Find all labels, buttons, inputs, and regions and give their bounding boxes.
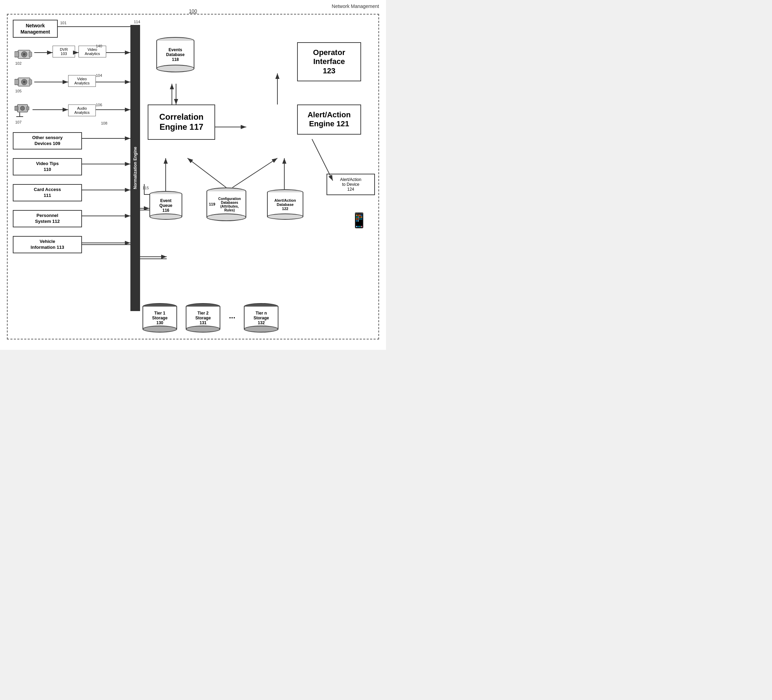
operator-interface-title: OperatorInterface123 xyxy=(303,48,355,75)
dvr-label: DVR103 xyxy=(60,48,68,56)
ref-115: 115 xyxy=(142,186,149,190)
tier1-bottom xyxy=(142,326,177,333)
video-tips-box: Video Tips110 xyxy=(13,158,82,175)
alert-db-body: Alert/ActionDatabase122 xyxy=(267,192,303,216)
svg-point-3 xyxy=(23,53,26,56)
alert-action-engine-title: Alert/ActionEngine 121 xyxy=(303,110,355,129)
alert-device-box: Alert/Actionto Device124 xyxy=(327,174,375,195)
event-queue: EventQueue116 xyxy=(149,191,182,220)
vehicle-info-title: VehicleInformation 113 xyxy=(17,239,78,251)
video-analytics-1-label: Video Analytics xyxy=(85,48,100,56)
camera-1-icon xyxy=(15,48,35,62)
config-databases: 119 ConfigurationDatabases(Attributes, R… xyxy=(206,187,246,221)
audio-analytics-label: Audio Analytics xyxy=(74,106,90,115)
events-database: EventsDatabase118 xyxy=(156,37,195,72)
config-alert-line xyxy=(232,158,277,187)
personnel-title: PersonnelSystem 112 xyxy=(17,213,78,225)
ref-105: 105 xyxy=(15,89,21,93)
tiern-storage: Tier nStorage132 xyxy=(244,303,278,333)
audio-analytics-box: Audio Analytics xyxy=(68,105,96,116)
page: Network Management 100 NetworkManagement… xyxy=(0,0,386,350)
config-ref-label: 119 xyxy=(209,202,215,206)
tier1-storage: Tier 1Storage130 xyxy=(142,303,177,333)
main-diagram: 100 NetworkManagement 101 114 DVR103 Vid… xyxy=(7,14,379,339)
config-db-bottom xyxy=(206,213,246,221)
config-corr-line xyxy=(188,158,226,187)
tier2-bottom xyxy=(186,326,220,333)
event-queue-bottom xyxy=(149,213,182,220)
camera-2-icon xyxy=(15,75,35,90)
correlation-engine-title: CorrelationEngine 117 xyxy=(154,112,209,132)
top-right-label: Network Management xyxy=(332,3,379,9)
normalization-engine-bar: Normalization Engine xyxy=(131,25,140,311)
normalization-engine-label: Normalization Engine xyxy=(133,147,137,189)
svg-rect-11 xyxy=(15,106,18,110)
other-sensory-box: Other sensoryDevices 109 xyxy=(13,132,82,149)
alert-action-engine-box: Alert/ActionEngine 121 xyxy=(297,105,361,134)
correlation-engine-box: CorrelationEngine 117 xyxy=(148,105,215,140)
diagram-ref-label: 100 xyxy=(189,8,197,14)
svg-rect-4 xyxy=(29,52,32,57)
alert-action-database: Alert/ActionDatabase122 xyxy=(267,189,303,220)
svg-rect-6 xyxy=(15,79,19,85)
alert-db-bottom xyxy=(267,213,303,220)
ref-106: 106 xyxy=(96,103,102,107)
ref-114: 114 xyxy=(134,20,140,24)
operator-interface-box: OperatorInterface123 xyxy=(297,42,361,81)
tiern-bottom xyxy=(244,326,278,333)
video-analytics-box-2: Video Analytics xyxy=(68,75,96,87)
svg-rect-9 xyxy=(29,80,32,84)
svg-point-12 xyxy=(20,106,25,110)
tier-dots: ... xyxy=(229,311,235,333)
ref-107: 107 xyxy=(15,120,21,124)
ref-104: 104 xyxy=(96,73,102,77)
card-access-box: Card Access111 xyxy=(13,184,82,202)
vehicle-info-box: VehicleInformation 113 xyxy=(13,236,82,253)
tier2-storage: Tier 2Storage131 xyxy=(186,303,220,333)
svg-rect-1 xyxy=(15,52,19,57)
svg-rect-13 xyxy=(27,107,29,110)
video-tips-title: Video Tips110 xyxy=(17,161,78,173)
dvr-box: DVR103 xyxy=(52,46,75,57)
tier-storage-section: Tier 1Storage130 Tier 2Storage131 ... Ti… xyxy=(142,303,278,333)
mobile-device-icon: 📱 xyxy=(350,212,368,229)
other-sensory-title: Other sensoryDevices 109 xyxy=(17,135,78,147)
audio-device-icon xyxy=(15,103,35,121)
ref-108: 108 xyxy=(101,121,107,125)
alert-device-label: Alert/Actionto Device124 xyxy=(340,177,361,192)
ref-102: 102 xyxy=(15,61,21,66)
events-db-body: EventsDatabase118 xyxy=(156,41,195,69)
card-access-title: Card Access111 xyxy=(17,187,78,198)
events-db-bottom xyxy=(156,65,195,72)
ref-101: 101 xyxy=(60,21,66,25)
svg-point-8 xyxy=(23,80,26,84)
network-management-title: NetworkManagement xyxy=(17,23,54,35)
video-analytics-2-label: Video Analytics xyxy=(74,77,90,85)
personnel-box: PersonnelSystem 112 xyxy=(13,210,82,227)
network-management-box: NetworkManagement xyxy=(13,20,58,38)
ref-140: 140 xyxy=(96,44,102,48)
